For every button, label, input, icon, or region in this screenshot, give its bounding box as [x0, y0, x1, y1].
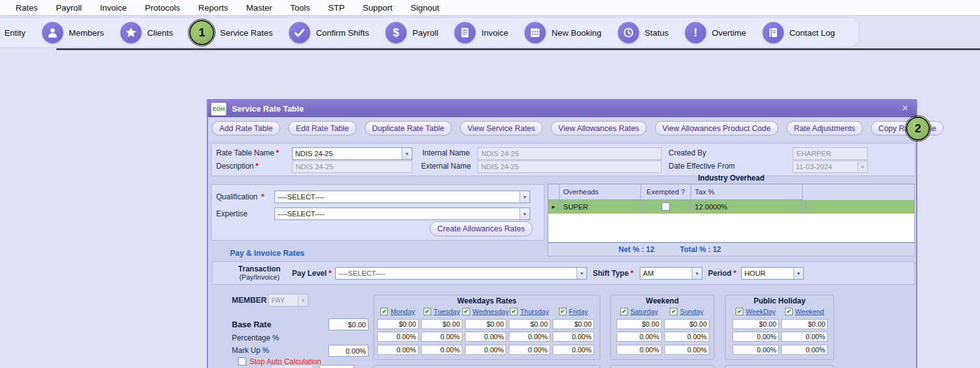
pct1-input-saturday[interactable]: 0.00% [617, 332, 662, 342]
day-link-weekend[interactable]: Weekend [795, 308, 824, 315]
rate-col-friday: ✔Friday$0.000.00%0.00% [553, 307, 594, 355]
pct2-input-weekday[interactable]: 0.00% [732, 345, 779, 355]
duplicate-rate-table-button[interactable]: Duplicate Rate Table [365, 121, 452, 135]
menu-item-protocols[interactable]: Protocols [145, 3, 180, 13]
pct2-input-weekend[interactable]: 0.00% [781, 345, 828, 355]
day-checkbox-monday[interactable]: ✔ [380, 308, 388, 315]
dropdown-arrow-icon[interactable] [402, 148, 412, 159]
pct2-input-monday[interactable]: 0.00% [377, 345, 419, 355]
expertise-select[interactable]: ----SELECT---- [274, 208, 530, 220]
pct1-input-tuesday[interactable]: 0.00% [421, 332, 462, 342]
toolbar-item-status[interactable]: Status [618, 22, 669, 43]
menu-item-rates[interactable]: Rates [16, 3, 38, 13]
toolbar-item-entity[interactable]: Entity [0, 22, 26, 43]
pct1-input-weekend[interactable]: 0.00% [781, 332, 828, 342]
day-link-wednesday[interactable]: Wednesday [472, 308, 509, 315]
dropdown-arrow-icon[interactable] [519, 208, 529, 219]
pct1-input-sunday[interactable]: 0.00% [664, 332, 709, 342]
day-link-thursday[interactable]: Thursday [520, 308, 549, 315]
day-link-sunday[interactable]: Sunday [680, 308, 703, 315]
step-badge-2: 2 [906, 117, 930, 140]
shift-type-select[interactable]: AM [640, 267, 702, 280]
menu-item-tools[interactable]: Tools [290, 3, 310, 13]
rate-table-name-select[interactable]: NDIS 24-25 [292, 147, 412, 160]
row-selector-icon: ▸ [552, 203, 555, 210]
menu-item-signout[interactable]: Signout [410, 3, 439, 13]
base-rate-input[interactable]: $0.00 [328, 318, 368, 330]
day-checkbox-weekday[interactable]: ✔ [736, 308, 743, 315]
rate-input-tuesday[interactable]: $0.00 [421, 319, 462, 329]
pct2-input-tuesday[interactable]: 0.00% [421, 345, 462, 355]
day-link-weekday[interactable]: WeekDay [746, 308, 775, 315]
public-holiday-rates-group: Public Holiday ✔WeekDay$0.000.00%0.00%✔W… [725, 295, 834, 360]
toolbar-item-payroll[interactable]: $Payroll [385, 22, 438, 43]
day-checkbox-friday[interactable]: ✔ [559, 308, 566, 315]
markup-input[interactable]: 0.00% [328, 345, 368, 357]
toolbar-item-invoice[interactable]: Invoice [454, 22, 508, 43]
pct1-input-friday[interactable]: 0.00% [553, 332, 594, 342]
window-titlebar[interactable]: EOH Service Rate Table ✕ [208, 100, 916, 117]
rate-input-weekend[interactable]: $0.00 [781, 319, 828, 329]
menu-item-reports[interactable]: Reports [199, 3, 228, 13]
toolbar-item-service-rates[interactable]: 1Service Rates [189, 20, 273, 45]
pct1-input-monday[interactable]: 0.00% [377, 332, 419, 342]
toolbar-item-label: Clients [147, 28, 173, 38]
day-checkbox-weekend[interactable]: ✔ [785, 308, 793, 315]
toolbar-item-contact-log[interactable]: Contact Log [763, 22, 835, 43]
expertise-label: Expertise [216, 209, 248, 218]
rate-adjustments-button[interactable]: Rate Adjustments [786, 121, 863, 135]
day-checkbox-saturday[interactable]: ✔ [620, 308, 628, 315]
pay-level-select[interactable]: ----SELECT---- [335, 267, 587, 280]
exempted-checkbox[interactable] [662, 202, 670, 211]
dropdown-arrow-icon[interactable] [519, 191, 529, 202]
pct1-input-wednesday[interactable]: 0.00% [465, 332, 506, 342]
day-link-monday[interactable]: Monday [390, 308, 415, 315]
menu-item-support[interactable]: Support [363, 3, 392, 13]
period-select[interactable]: HOUR [741, 267, 804, 280]
rate-input-friday[interactable]: $0.00 [553, 319, 594, 329]
pct2-input-friday[interactable]: 0.00% [553, 345, 594, 355]
menu-item-invoice[interactable]: Invoice [100, 3, 127, 13]
rate-input-saturday[interactable]: $0.00 [617, 319, 662, 329]
toolbar-item-clients[interactable]: Clients [120, 22, 173, 43]
rate-input-wednesday[interactable]: $0.00 [465, 319, 506, 329]
view-service-rates-button[interactable]: View Service Rates [460, 121, 543, 135]
view-allowances-product-code-button[interactable]: View Allowances Product Code [655, 121, 778, 135]
close-icon[interactable]: ✕ [902, 100, 909, 117]
menu-item-payroll[interactable]: Payroll [56, 3, 81, 13]
add-rate-table-button[interactable]: Add Rate Table [212, 121, 280, 135]
dropdown-arrow-icon[interactable] [692, 268, 702, 279]
toolbar-item-overtime[interactable]: !Overtime [685, 22, 746, 43]
edit-rate-table-button[interactable]: Edit Rate Table [288, 121, 357, 135]
pct1-input-thursday[interactable]: 0.00% [509, 332, 550, 342]
pct2-input-wednesday[interactable]: 0.00% [465, 345, 506, 355]
rate-input-thursday[interactable]: $0.00 [509, 319, 550, 329]
pct2-input-thursday[interactable]: 0.00% [509, 345, 550, 355]
create-allowances-rates-button[interactable]: Create Allowances Rates [430, 221, 533, 236]
public-holiday-rates-title: Public Holiday [726, 297, 833, 305]
menu-item-stp[interactable]: STP [328, 3, 345, 13]
toolbar-item-confirm-shifts[interactable]: Confirm Shifts [289, 22, 369, 43]
table-row[interactable]: ▸ SUPER 12.0000% [548, 200, 914, 214]
rate-input-monday[interactable]: $0.00 [377, 319, 419, 329]
day-link-saturday[interactable]: Saturday [630, 308, 658, 315]
toolbar-item-new-booking[interactable]: New Booking [524, 22, 602, 43]
pct2-input-sunday[interactable]: 0.00% [664, 345, 709, 355]
day-link-friday[interactable]: Friday [569, 308, 588, 315]
rate-input-sunday[interactable]: $0.00 [664, 319, 709, 329]
dropdown-arrow-icon[interactable] [576, 268, 586, 279]
pct2-input-saturday[interactable]: 0.00% [617, 345, 662, 355]
qualification-select[interactable]: ----SELECT---- [274, 191, 530, 203]
day-checkbox-tuesday[interactable]: ✔ [424, 308, 431, 315]
pct1-input-weekday[interactable]: 0.00% [732, 332, 779, 342]
stop-auto-calculation-checkbox[interactable] [238, 357, 246, 365]
rate-input-weekday[interactable]: $0.00 [732, 319, 779, 329]
day-checkbox-thursday[interactable]: ✔ [510, 308, 518, 315]
day-checkbox-wednesday[interactable]: ✔ [462, 308, 470, 315]
day-link-tuesday[interactable]: Tuesday [434, 308, 460, 315]
view-allowances-rates-button[interactable]: View Allowances Rates [551, 121, 647, 135]
day-checkbox-sunday[interactable]: ✔ [670, 308, 677, 315]
toolbar-item-members[interactable]: Members [42, 22, 104, 43]
dropdown-arrow-icon[interactable] [793, 268, 803, 279]
menu-item-master[interactable]: Master [246, 3, 272, 13]
